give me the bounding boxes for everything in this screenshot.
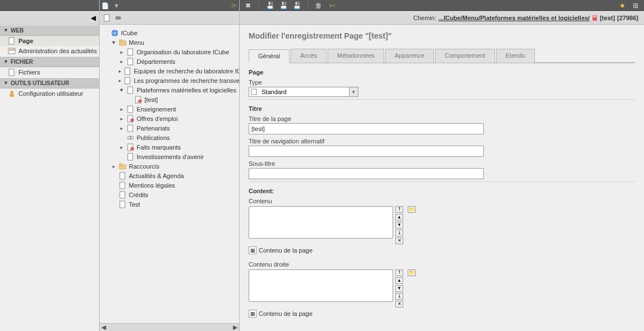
clickmenu-icon[interactable]: ▦ [249,310,256,318]
expand-icon[interactable]: ▸ [119,49,124,55]
tree-item[interactable]: ▸Organisation du laboratoire ICube [119,47,239,57]
module-menu: ◀ ▼WEBPageAdministration des actualités▼… [0,0,100,331]
save-view-icon[interactable]: 💾 [278,1,288,11]
expand-icon[interactable]: ▸ [119,78,122,83]
browse-icon[interactable]: 📁 [408,269,416,276]
tree-item[interactable]: ▸Enseignement [119,104,239,114]
content-right-list[interactable] [249,269,393,302]
move-up-icon[interactable]: ▲ [395,277,403,284]
tree-item[interactable]: [test] [127,95,239,104]
module-item-userconf[interactable]: Configuration utilisateur [0,88,99,99]
move-bottom-icon[interactable]: ⤓ [395,293,403,300]
tree-item[interactable]: Actualités & Agenda [111,171,239,180]
remove-icon[interactable]: ✕ [395,237,403,244]
tree-item[interactable]: ▸Départements [119,57,239,66]
expand-icon[interactable]: ▸ [119,116,124,122]
undo-icon[interactable]: ↩ [327,1,337,11]
page-icon [127,153,134,161]
module-item-files[interactable]: Fichiers [0,67,99,77]
content-list[interactable] [249,206,393,239]
move-top-icon[interactable]: ⤒ [395,206,403,213]
svg-rect-32 [120,173,125,179]
tab-métadonnées[interactable]: Métadonnées [328,49,384,63]
type-label: Type [249,79,635,86]
tree-item[interactable]: ICube [103,28,239,38]
tab-etendu[interactable]: Etendu [496,49,535,63]
svg-rect-2 [10,49,11,51]
scroll-right-icon[interactable]: ▶ [231,324,239,331]
tree-item[interactable]: Test [111,199,239,209]
filter-icon[interactable]: ▼ [111,0,122,11]
expand-icon[interactable]: ▸ [119,59,124,64]
navtitle-input[interactable] [249,146,484,157]
module-item-news[interactable]: Administration des actualités [0,46,99,56]
path-link[interactable]: ...ICube/Menu/Plateformes matérielles et… [438,15,590,21]
svg-point-6 [10,91,13,94]
expand-icon[interactable]: ▼ [119,87,124,93]
tree-item[interactable]: ▸Equipes de recherche du laboratoire ICu… [119,66,239,76]
expand-icon[interactable]: ▸ [119,144,124,150]
page-icon [119,172,127,180]
tree-item[interactable]: ▸Offres d'emploi [119,114,239,123]
expand-icon[interactable]: ▸ [111,164,116,169]
collapse-icon[interactable]: ◀ [89,14,97,22]
module-group-header[interactable]: ▼OUTILS UTILISATEUR [0,77,99,88]
tree-item[interactable]: ▸Faits marquants [119,142,239,152]
tree-item[interactable]: ▸Les programmes de recherche transversau… [119,76,239,85]
tab-général[interactable]: Général [249,49,290,63]
tab-comportement[interactable]: Comportement [435,49,495,63]
expand-icon[interactable]: ▸ [119,125,124,131]
page-icon[interactable] [103,14,111,22]
chevron-down-icon[interactable]: ▾ [349,87,358,96]
module-item-page[interactable]: Page [0,36,99,46]
move-bottom-icon[interactable]: ⤓ [395,230,403,236]
tree-item[interactable]: ▼Plateformes matérielles et logicielles [119,85,239,95]
expand-icon[interactable]: ▸ [119,68,122,74]
move-up-icon[interactable]: ▲ [395,214,403,221]
save-close-icon[interactable]: 💾 [292,1,302,11]
delete-icon[interactable]: 🗑 [314,1,324,11]
svg-rect-17 [125,77,130,84]
expand-icon[interactable]: ▼ [111,40,116,45]
main-toolbar: ✖ 💾 💾 💾 🗑 ↩ ★ ⊞ [240,0,644,11]
tree-item[interactable]: Mentions légales [111,180,239,190]
close-icon[interactable]: ✖ [243,1,253,11]
save-icon[interactable]: 💾 [265,1,275,11]
tab-apparence[interactable]: Apparence [385,49,434,63]
tree-item[interactable]: Publications [119,133,239,142]
svg-rect-28 [130,147,134,150]
svg-rect-29 [128,153,133,160]
expand-icon[interactable]: ▸ [119,106,124,112]
tree-item[interactable]: ▸Partenariats [119,123,239,133]
scroll-left-icon[interactable]: ◀ [100,324,108,331]
move-down-icon[interactable]: ▼ [395,222,403,229]
link-icon[interactable] [114,14,122,22]
move-down-icon[interactable]: ▼ [395,285,403,292]
refresh-icon[interactable]: ⟳ [228,0,239,11]
type-select[interactable]: Standard ▾ [249,87,358,97]
tree-item-label: Raccourcis [129,163,159,170]
new-page-icon[interactable]: 📄 [100,0,111,11]
tree-item[interactable]: Crédits [111,190,239,199]
path-bar: Chemin: ...ICube/Menu/Plateformes matéri… [240,11,644,25]
svg-rect-7 [10,94,14,97]
subtitle-input[interactable] [249,168,484,179]
svg-point-10 [118,16,121,20]
tree-scrollbar[interactable]: ◀ ▶ [100,323,239,331]
module-group-header[interactable]: ▼FICHIER [0,56,99,67]
tab-accès[interactable]: Accès [291,49,326,63]
pagetitle-input[interactable] [249,123,484,134]
page-icon [124,67,132,75]
remove-icon[interactable]: ✕ [395,301,403,307]
shortcut-icon[interactable]: ⊞ [631,1,641,11]
tree-item[interactable]: ▼Menu [111,38,239,47]
pagetitle-label: Titre de la page [249,115,635,122]
module-group-header[interactable]: ▼WEB [0,25,99,36]
tree-item[interactable]: ▸Raccourcis [111,161,239,171]
move-top-icon[interactable]: ⤒ [395,269,403,276]
tree-topbar: 📄 ▼ ⟳ [100,0,239,11]
tree-item[interactable]: Investissements d'avenir [119,152,239,161]
bookmark-icon[interactable]: ★ [617,1,627,11]
clickmenu-icon[interactable]: ▦ [249,246,256,254]
browse-icon[interactable]: 📁 [408,206,416,213]
